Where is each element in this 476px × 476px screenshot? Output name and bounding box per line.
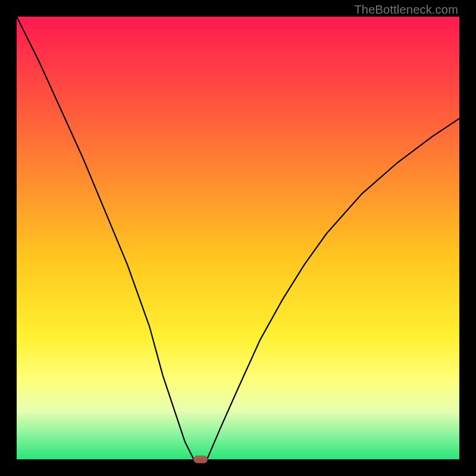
optimal-marker xyxy=(193,456,208,464)
bottleneck-curve xyxy=(17,17,459,459)
outer-frame: TheBottleneck.com xyxy=(0,0,476,476)
plot-area xyxy=(17,17,459,459)
watermark-text: TheBottleneck.com xyxy=(354,3,458,17)
